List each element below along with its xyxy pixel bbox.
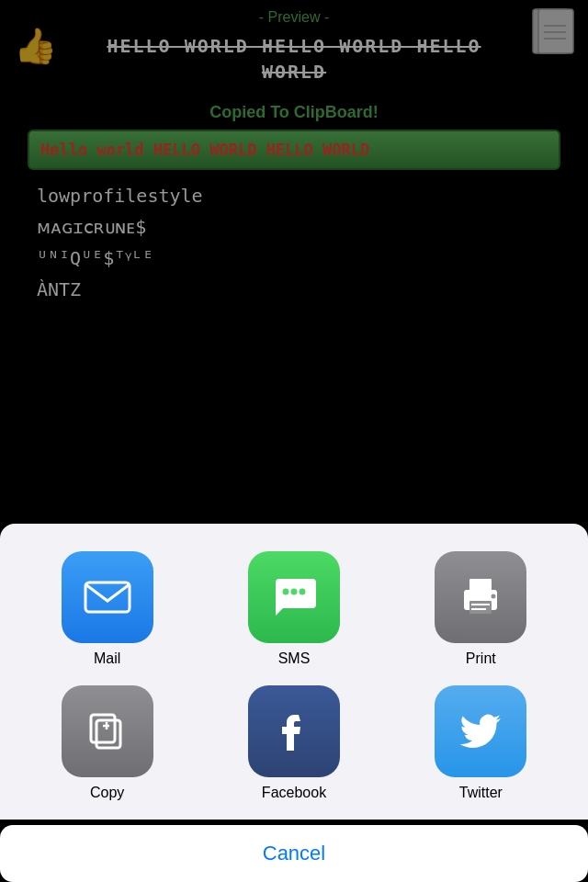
cancel-bar: Cancel <box>0 825 588 882</box>
share-grid: Mail SMS <box>18 551 570 801</box>
share-item-print[interactable]: Print <box>392 551 570 667</box>
mail-icon <box>62 551 153 643</box>
twitter-icon <box>435 685 526 777</box>
svg-point-7 <box>290 589 297 595</box>
facebook-icon <box>248 685 340 777</box>
print-icon <box>435 551 526 643</box>
share-item-facebook[interactable]: Facebook <box>205 685 382 801</box>
facebook-label: Facebook <box>262 785 326 801</box>
svg-rect-11 <box>469 601 492 614</box>
svg-point-8 <box>299 589 305 595</box>
share-sheet: Mail SMS <box>0 524 588 882</box>
mail-label: Mail <box>94 650 120 667</box>
svg-rect-5 <box>85 582 130 612</box>
sms-label: SMS <box>278 650 311 667</box>
share-item-mail[interactable]: Mail <box>18 551 196 667</box>
share-item-copy[interactable]: Copy <box>18 685 196 801</box>
twitter-label: Twitter <box>459 785 503 801</box>
copy-icon <box>62 685 153 777</box>
cancel-button[interactable]: Cancel <box>17 842 571 865</box>
share-item-sms[interactable]: SMS <box>205 551 382 667</box>
svg-rect-10 <box>469 579 492 592</box>
print-label: Print <box>466 650 496 667</box>
share-item-twitter[interactable]: Twitter <box>392 685 570 801</box>
copy-label: Copy <box>90 785 124 801</box>
svg-point-12 <box>492 594 496 599</box>
sms-icon <box>248 551 340 643</box>
svg-point-6 <box>282 589 288 595</box>
share-panel: Mail SMS <box>0 524 588 820</box>
